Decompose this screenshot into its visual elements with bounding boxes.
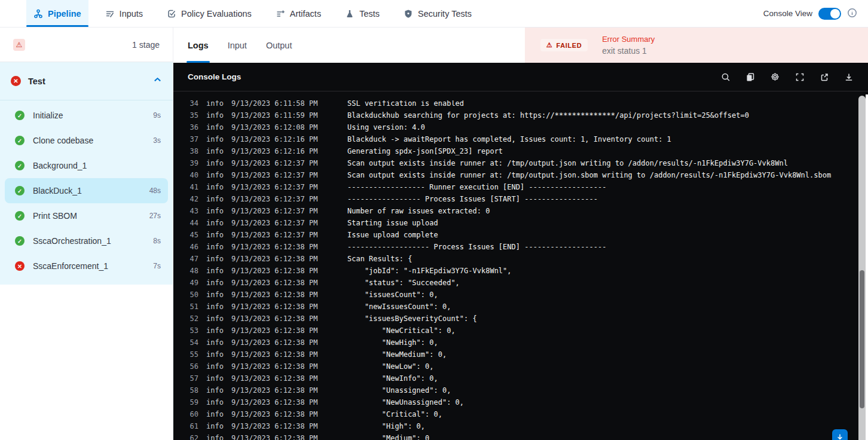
scroll-to-bottom-button[interactable] bbox=[832, 429, 848, 440]
tab-inputs-label: Inputs bbox=[120, 9, 143, 19]
settings-gear-icon[interactable] bbox=[770, 72, 780, 82]
step-duration: 27s bbox=[149, 212, 161, 220]
step-duration: 3s bbox=[153, 136, 161, 145]
console-view-label: Console View bbox=[763, 9, 812, 18]
log-timestamp: 9/13/2023 6:11:59 PM bbox=[231, 109, 321, 121]
log-level: info bbox=[206, 420, 224, 432]
log-line: 52 info 9/13/2023 6:12:38 PM "issuesBySe… bbox=[187, 313, 856, 325]
log-message: "issuesCount": 0, bbox=[347, 289, 438, 301]
log-line-number: 40 bbox=[187, 169, 198, 181]
log-message: "NewLow": 0, bbox=[347, 360, 434, 372]
log-line: 43 info 9/13/2023 6:12:37 PM Number of r… bbox=[187, 205, 856, 217]
log-line-number: 34 bbox=[187, 100, 198, 109]
log-line-number: 36 bbox=[187, 121, 198, 133]
log-line: 41 info 9/13/2023 6:12:37 PM -----------… bbox=[187, 181, 856, 193]
log-message: "Medium": 0 bbox=[347, 432, 429, 440]
log-message: SSL verification is enabled bbox=[347, 100, 464, 109]
error-summary-panel: ⚠ FAILED Error Summary exit status 1 bbox=[525, 28, 868, 63]
open-in-new-icon[interactable] bbox=[820, 72, 829, 82]
log-message: Blackduck -> awaitReport has completed, … bbox=[347, 133, 671, 145]
log-message: "NewHigh": 0, bbox=[347, 337, 438, 349]
log-level: info bbox=[206, 360, 224, 372]
step-duration: 7s bbox=[153, 262, 161, 270]
log-timestamp: 9/13/2023 6:12:16 PM bbox=[231, 145, 321, 157]
log-line: 62 info 9/13/2023 6:12:38 PM "Medium": 0 bbox=[187, 432, 856, 440]
step-duration: 48s bbox=[149, 187, 161, 195]
log-level: info bbox=[206, 289, 224, 301]
log-line: 59 info 9/13/2023 6:12:38 PM "NewUnassig… bbox=[187, 396, 856, 408]
log-line: 56 info 9/13/2023 6:12:38 PM "NewLow": 0… bbox=[187, 360, 856, 372]
log-timestamp: 9/13/2023 6:12:38 PM bbox=[231, 265, 321, 277]
log-message: "High": 0, bbox=[347, 420, 425, 432]
log-level: info bbox=[206, 145, 224, 157]
tab-inputs[interactable]: Inputs bbox=[98, 0, 151, 27]
log-level: info bbox=[206, 301, 224, 313]
scrollbar-thumb[interactable] bbox=[860, 270, 864, 408]
tab-policy-evaluations[interactable]: Policy Evaluations bbox=[160, 0, 259, 27]
log-level: info bbox=[206, 217, 224, 229]
log-timestamp: 9/13/2023 6:12:37 PM bbox=[231, 193, 321, 205]
sidebar-step-initialize[interactable]: ✓ Initialize 9s bbox=[5, 103, 168, 128]
tests-flask-icon bbox=[345, 9, 354, 19]
scrollbar-track[interactable] bbox=[858, 96, 866, 440]
console-view-toggle[interactable] bbox=[818, 8, 841, 20]
stage-header-test[interactable]: ✕ Test bbox=[0, 62, 173, 100]
download-icon[interactable] bbox=[844, 72, 854, 82]
log-timestamp: 9/13/2023 6:12:38 PM bbox=[231, 325, 321, 337]
log-line-number: 51 bbox=[187, 301, 198, 313]
search-icon[interactable] bbox=[721, 72, 731, 82]
log-line: 50 info 9/13/2023 6:12:38 PM "issuesCoun… bbox=[187, 289, 856, 301]
tab-artifacts[interactable]: Artifacts bbox=[268, 0, 328, 27]
log-timestamp: 9/13/2023 6:12:37 PM bbox=[231, 229, 321, 241]
log-timestamp: 9/13/2023 6:12:38 PM bbox=[231, 277, 321, 289]
log-timestamp: 9/13/2023 6:12:16 PM bbox=[231, 133, 321, 145]
log-line: 54 info 9/13/2023 6:12:38 PM "NewHigh": … bbox=[187, 337, 856, 349]
log-message: "Critical": 0, bbox=[347, 408, 442, 420]
log-timestamp: 9/13/2023 6:12:38 PM bbox=[231, 396, 321, 408]
log-line: 55 info 9/13/2023 6:12:38 PM "NewMedium"… bbox=[187, 349, 856, 360]
tab-logs[interactable]: Logs bbox=[181, 28, 216, 63]
log-message: "issuesBySeverityCount": { bbox=[347, 313, 477, 325]
step-status-icon: ✓ bbox=[15, 236, 25, 246]
tab-pipeline[interactable]: Pipeline bbox=[26, 0, 88, 27]
tab-security-tests[interactable]: Security Tests bbox=[396, 0, 479, 27]
step-status-icon: ✓ bbox=[15, 186, 25, 195]
step-status-icon: ✓ bbox=[15, 111, 25, 120]
log-message: "jobId": "-n1FkEpdiw3Y7G-Vvk8Wnl", bbox=[347, 265, 512, 277]
info-icon[interactable] bbox=[847, 8, 857, 20]
log-line-number: 61 bbox=[187, 420, 198, 432]
sidebar-step-background-1[interactable]: ✓ Background_1 bbox=[5, 153, 168, 178]
step-status-icon: ✕ bbox=[15, 261, 25, 271]
log-timestamp: 9/13/2023 6:12:08 PM bbox=[231, 121, 321, 133]
chevron-up-icon[interactable] bbox=[153, 75, 162, 87]
sidebar-step-clone-codebase[interactable]: ✓ Clone codebase 3s bbox=[5, 128, 168, 153]
tab-input[interactable]: Input bbox=[221, 28, 254, 63]
log-line-number: 54 bbox=[187, 337, 198, 349]
copy-icon[interactable] bbox=[745, 72, 755, 82]
step-status-icon: ✓ bbox=[15, 136, 25, 145]
fullscreen-icon[interactable] bbox=[795, 72, 805, 82]
sidebar-step-print-sbom[interactable]: ✓ Print SBOM 27s bbox=[5, 203, 168, 228]
log-line: 34 info 9/13/2023 6:11:58 PM SSL verific… bbox=[187, 100, 856, 109]
security-shield-icon bbox=[404, 9, 413, 19]
log-message: "Unassigned": 0, bbox=[347, 384, 451, 396]
log-line: 48 info 9/13/2023 6:12:38 PM "jobId": "-… bbox=[187, 265, 856, 277]
log-message: Scan Results: { bbox=[347, 253, 412, 265]
log-scroll-area[interactable]: 34 info 9/13/2023 6:11:58 PM SSL verific… bbox=[173, 100, 856, 440]
log-timestamp: 9/13/2023 6:12:38 PM bbox=[231, 372, 321, 384]
error-summary-message: exit status 1 bbox=[602, 46, 655, 56]
step-name: Print SBOM bbox=[33, 211, 77, 221]
sidebar-step-sscaorchestration-1[interactable]: ✓ SscaOrchestration_1 8s bbox=[5, 228, 168, 253]
pipeline-icon bbox=[33, 9, 43, 19]
log-level: info bbox=[206, 241, 224, 253]
log-timestamp: 9/13/2023 6:11:58 PM bbox=[231, 100, 321, 109]
log-line-number: 44 bbox=[187, 217, 198, 229]
tab-tests[interactable]: Tests bbox=[338, 0, 387, 27]
console-title: Console Logs bbox=[188, 72, 241, 81]
sidebar-step-blackduck-1[interactable]: ✓ BlackDuck_1 48s bbox=[5, 178, 168, 203]
tab-output[interactable]: Output bbox=[259, 28, 299, 63]
log-line-number: 35 bbox=[187, 109, 198, 121]
step-name: SscaEnforcement_1 bbox=[33, 261, 108, 271]
sidebar-step-sscaenforcement-1[interactable]: ✕ SscaEnforcement_1 7s bbox=[5, 253, 168, 279]
sidebar-header: ⚠ 1 stage bbox=[0, 28, 173, 62]
